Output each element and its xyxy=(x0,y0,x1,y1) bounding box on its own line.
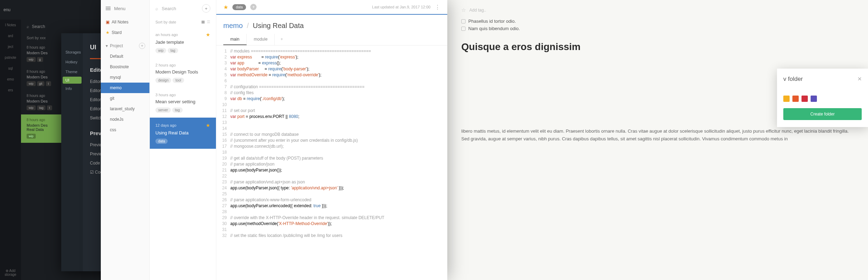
folder-item-laravel_study[interactable]: laravel_study xyxy=(101,104,149,114)
color-swatch[interactable] xyxy=(802,96,808,102)
create-folder-modal: v folder × Create folder xyxy=(777,69,868,127)
code-line[interactable]: 16// (uncomment after you enter in your … xyxy=(216,138,447,144)
code-line[interactable]: 20// parse application/json xyxy=(216,161,447,167)
code-line[interactable]: 21app.use(bodyParser.json()); xyxy=(216,167,447,173)
code-line[interactable]: 26// parse application/x-www-form-urlenc… xyxy=(216,197,447,203)
new-note-button[interactable]: + xyxy=(202,4,210,13)
checkbox-icon[interactable] xyxy=(461,27,465,31)
code-line[interactable]: 15// connect to our mongoDB database xyxy=(216,132,447,138)
code-line[interactable]: 6 xyxy=(216,78,447,84)
code-line[interactable]: 7// configuration ======================… xyxy=(216,84,447,90)
code-line[interactable]: 32// set the static files location /publ… xyxy=(216,233,447,239)
folder-item-mysql[interactable]: mysql xyxy=(101,72,149,83)
color-swatch[interactable] xyxy=(811,96,817,102)
dark-sidebar-item[interactable]: pstnote xyxy=(0,52,21,63)
code-line[interactable]: 4var bodyParser = require('body-parser')… xyxy=(216,66,447,72)
code-line[interactable]: 29// override with the X-HTTP-Override h… xyxy=(216,215,447,221)
more-options-button[interactable]: ⋮ xyxy=(435,4,440,10)
settings-nav-item[interactable]: Storages xyxy=(61,47,83,57)
dark-sidebar-item[interactable]: ard xyxy=(0,30,21,41)
project-header[interactable]: ▾ Project + xyxy=(101,41,149,51)
note-title-row: memo / Using Real Data xyxy=(216,15,447,34)
note-tag[interactable]: data xyxy=(232,4,246,10)
sort-row[interactable]: Sort by date ▦ ☰ xyxy=(150,17,216,27)
code-line[interactable]: 30app.use(methodOverride('X-HTTP-Method-… xyxy=(216,221,447,227)
editor-tab-main[interactable]: main xyxy=(223,34,247,45)
star-outline-icon[interactable]: ☆ xyxy=(461,7,466,13)
dark-sidebar-item[interactable]: l Notes xyxy=(0,20,21,30)
dark-sidebar-item[interactable]: ers xyxy=(0,85,21,96)
folder-item-Default[interactable]: Default xyxy=(101,51,149,62)
menu-button[interactable]: Menu xyxy=(101,0,149,17)
checklist-item[interactable]: Nam quis bibendum odio. xyxy=(461,25,854,32)
close-icon[interactable]: × xyxy=(858,75,862,83)
settings-nav-item[interactable]: Info xyxy=(61,84,83,93)
dark-search-label[interactable]: Search xyxy=(32,24,45,29)
code-line[interactable]: 27app.use(bodyParser.urlencoded({ extend… xyxy=(216,203,447,209)
search-icon: ⌕ xyxy=(155,6,158,11)
settings-nav-item[interactable]: UI xyxy=(63,77,82,84)
breadcrumb-folder[interactable]: memo xyxy=(223,22,243,29)
stack-icon: ▣ xyxy=(106,20,110,24)
code-line[interactable]: 10 xyxy=(216,102,447,108)
checkbox-icon[interactable] xyxy=(461,19,465,23)
folder-item-nodeJs[interactable]: nodeJs xyxy=(101,114,149,125)
code-line[interactable]: 13 xyxy=(216,120,447,126)
add-storage-button[interactable]: ⊕ Add storage xyxy=(0,269,21,276)
code-line[interactable]: 22 xyxy=(216,173,447,179)
code-line[interactable]: 17// mongoose.connect(db.url); xyxy=(216,144,447,149)
code-line[interactable]: 18 xyxy=(216,149,447,155)
add-tag-placeholder[interactable]: Add tag.. xyxy=(469,8,486,13)
hamburger-icon xyxy=(106,7,111,10)
code-line[interactable]: 12var port = process.env.PORT || 8080; xyxy=(216,114,447,120)
code-line[interactable]: 9var db = require('./config/db'); xyxy=(216,96,447,102)
settings-nav-item[interactable]: Theme xyxy=(61,67,83,77)
code-line[interactable]: 28 xyxy=(216,209,447,215)
folder-item-git[interactable]: git xyxy=(101,93,149,104)
star-icon[interactable]: ★ xyxy=(223,4,228,10)
code-line[interactable]: 2var express = require('express'); xyxy=(216,54,447,60)
code-line[interactable]: 23// parse application/vnd.api+json as j… xyxy=(216,179,447,185)
grid-view-icon[interactable]: ▦ xyxy=(201,20,205,24)
note-title[interactable]: Using Real Data xyxy=(253,22,304,29)
code-line[interactable]: 5var methodOverride = require('method-ov… xyxy=(216,72,447,78)
list-view-icon[interactable]: ☰ xyxy=(207,20,210,24)
settings-nav-item[interactable]: Hotkey xyxy=(61,57,83,67)
note-list-item[interactable]: 2 hours ago Modern Design Tools designto… xyxy=(150,58,216,88)
dark-sidebar-item[interactable]: emo xyxy=(0,74,21,85)
search-input[interactable]: Search xyxy=(162,6,176,11)
code-line[interactable]: 31 xyxy=(216,227,447,233)
code-line[interactable]: 19// get all data/stuff of the body (POS… xyxy=(216,155,447,161)
main-app-window: Menu ▣ All Notes ★ Stard ▾ Project + Def… xyxy=(101,0,447,280)
starred-item[interactable]: ★ Stard xyxy=(101,27,149,38)
code-line[interactable]: 25 xyxy=(216,191,447,197)
color-swatch[interactable] xyxy=(783,96,790,102)
add-tab-button[interactable]: + xyxy=(275,34,288,45)
code-line[interactable]: 11// set our port xyxy=(216,108,447,114)
checklist-item[interactable]: Phasellus id tortor odio. xyxy=(461,18,854,25)
add-project-button[interactable]: + xyxy=(139,43,145,49)
code-line[interactable]: 24app.use(bodyParser.json({ type: 'appli… xyxy=(216,185,447,191)
note-list-item[interactable]: 12 days ago★ Using Real Data data xyxy=(150,118,216,149)
checklist: Phasellus id tortor odio.Nam quis bibend… xyxy=(447,18,868,39)
note-list-item[interactable]: 3 hours ago Mean server setting serverta… xyxy=(150,88,216,118)
code-editor[interactable]: 1// modules ============================… xyxy=(216,46,447,280)
code-line[interactable]: 1// modules ============================… xyxy=(216,48,447,54)
dark-sidebar-item[interactable]: sql xyxy=(0,63,21,74)
add-tag-button[interactable]: + xyxy=(250,4,257,10)
color-swatches xyxy=(783,96,862,102)
dark-sidebar-item[interactable]: ject xyxy=(0,41,21,52)
last-updated-label: Last updated at Jan.9, 2017 12:00 xyxy=(372,5,430,9)
editor-tab-module[interactable]: module xyxy=(247,34,275,45)
create-folder-button[interactable]: Create folder xyxy=(783,108,862,120)
color-swatch[interactable] xyxy=(792,96,799,102)
code-line[interactable]: 8// config files xyxy=(216,90,447,96)
folder-item-Boostnote[interactable]: Boostnote xyxy=(101,62,149,72)
folder-item-memo[interactable]: memo xyxy=(101,83,149,93)
folder-item-css[interactable]: css xyxy=(101,125,149,135)
code-line[interactable]: 3var app = express(); xyxy=(216,60,447,66)
all-notes-item[interactable]: ▣ All Notes xyxy=(101,17,149,27)
code-line[interactable]: 14 xyxy=(216,126,447,132)
note-list-item[interactable]: an hours ago★ Jade template wiptag xyxy=(150,27,216,58)
dark-menu-label: enu xyxy=(4,7,10,12)
